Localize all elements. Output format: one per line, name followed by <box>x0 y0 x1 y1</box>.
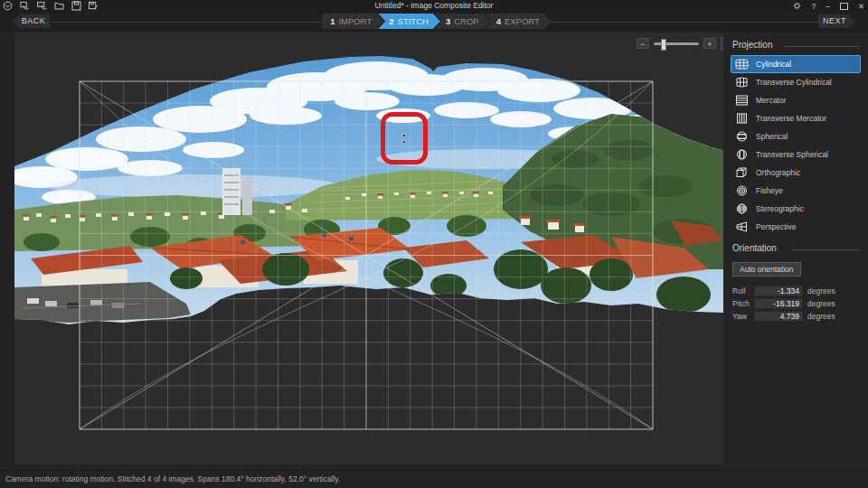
status-bar: Camera motion: rotating motion. Stitched… <box>0 470 868 488</box>
projection-item-orthographic[interactable]: Orthographic <box>731 164 861 182</box>
yaw-row: Yaw 4.739 degrees <box>732 311 859 322</box>
projection-item-transverse-spherical[interactable]: Transverse Spherical <box>731 145 861 164</box>
projection-item-mercator[interactable]: Mercator <box>731 91 861 109</box>
minimize-icon[interactable]: – <box>826 2 830 11</box>
window-title: Untitled* - Image Composite Editor <box>0 0 868 12</box>
wizard-nav-bar: BACK 1IMPORT 2STITCH 3CROP 4EXPORT NEXT <box>0 12 868 33</box>
projection-item-spherical[interactable]: Spherical <box>731 127 861 145</box>
vertical-drag-cursor-icon: ▲ · ▼ <box>402 133 407 144</box>
roll-row: Roll -1.334 degrees <box>732 286 859 296</box>
projection-item-stereographic[interactable]: Stereographic <box>731 200 861 218</box>
help-icon[interactable]: ? <box>811 2 816 11</box>
fisheye-icon <box>735 185 749 196</box>
transverse-spherical-icon <box>735 149 749 160</box>
zoom-control: − + <box>637 37 723 50</box>
step-stitch[interactable]: 2STITCH <box>378 14 440 29</box>
projection-item-transverse-cylindrical[interactable]: Transverse Cylindrical <box>731 73 861 91</box>
transverse-mercator-icon <box>735 113 749 124</box>
annotation-highlight-ring: ▲ · ▼ <box>381 112 428 164</box>
settings-gear-icon[interactable] <box>793 2 801 10</box>
close-icon[interactable]: ✕ <box>858 2 864 11</box>
step-import[interactable]: 1IMPORT <box>322 14 383 29</box>
roll-label: Roll <box>732 286 754 296</box>
panorama-canvas[interactable]: − + ▲ · ▼ <box>14 33 723 465</box>
zoom-in-button[interactable]: + <box>703 38 716 49</box>
orientation-header: Orientation <box>732 243 859 253</box>
right-sidebar: Projection Cylindrical Transverse Cylind… <box>723 33 868 470</box>
projection-item-cylindrical[interactable]: Cylindrical <box>731 55 861 73</box>
wizard-steps: 1IMPORT 2STITCH 3CROP 4EXPORT <box>0 14 868 29</box>
transverse-cylindrical-icon <box>735 77 749 88</box>
pitch-label: Pitch <box>732 299 754 308</box>
projection-header: Projection <box>732 40 859 50</box>
cylindrical-icon <box>735 59 749 70</box>
orthographic-icon <box>735 167 749 178</box>
roll-input[interactable]: -1.334 <box>754 286 803 296</box>
status-text: Camera motion: rotating motion. Stitched… <box>5 474 340 483</box>
projection-item-perspective[interactable]: Perspective <box>731 218 861 236</box>
title-bar: Untitled* - Image Composite Editor ? – ✕ <box>0 0 868 12</box>
step-export[interactable]: 4EXPORT <box>486 14 552 29</box>
pitch-input[interactable]: -16.319 <box>754 298 803 309</box>
zoom-out-button[interactable]: − <box>637 38 649 49</box>
spherical-icon <box>735 131 749 142</box>
next-button[interactable]: NEXT <box>818 14 855 28</box>
projection-item-transverse-mercator[interactable]: Transverse Mercator <box>731 109 861 127</box>
fit-to-window-button[interactable] <box>721 37 723 50</box>
maximize-icon[interactable] <box>840 3 848 10</box>
projection-list: Cylindrical Transverse Cylindrical Merca… <box>723 55 868 236</box>
mercator-icon <box>735 95 749 106</box>
perspective-icon <box>735 221 749 232</box>
zoom-slider-thumb[interactable] <box>661 39 666 51</box>
zoom-slider[interactable] <box>654 42 699 45</box>
stereographic-icon <box>735 203 749 214</box>
auto-orientation-button[interactable]: Auto orientation <box>732 262 801 277</box>
yaw-label: Yaw <box>732 312 754 321</box>
yaw-input[interactable]: 4.739 <box>754 311 803 322</box>
projection-item-fisheye[interactable]: Fisheye <box>731 182 861 200</box>
step-crop[interactable]: 3CROP <box>435 14 491 29</box>
pitch-row: Pitch -16.319 degrees <box>732 298 859 309</box>
projection-grid-overlay <box>14 33 723 465</box>
